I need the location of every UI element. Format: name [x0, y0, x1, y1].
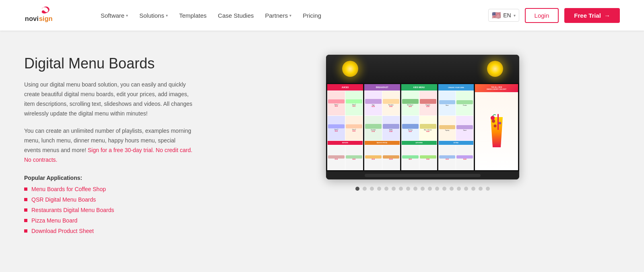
slider-dot[interactable]	[464, 187, 468, 191]
popular-label: Popular Applications:	[24, 175, 193, 181]
description-1: Using our digital menu board solution, y…	[24, 80, 193, 118]
bullet-icon	[24, 198, 27, 201]
slider-dot[interactable]	[377, 187, 381, 191]
arrow-right-icon: →	[604, 12, 610, 19]
nav-case-studies[interactable]: Case Studies	[218, 12, 254, 19]
app-link-pizza[interactable]: Pizza Menu Board	[31, 217, 77, 224]
slider-dot[interactable]	[457, 187, 461, 191]
list-item: Menu Boards for Coffee Shop	[24, 186, 193, 192]
ceiling-light-left	[342, 61, 358, 77]
flag-icon: 🇺🇸	[492, 11, 501, 20]
app-link-coffee[interactable]: Menu Boards for Coffee Shop	[31, 186, 106, 192]
bullet-icon	[24, 208, 27, 212]
slider-dot[interactable]	[471, 187, 475, 191]
software-chevron-icon: ▾	[126, 13, 128, 18]
slider-dots	[355, 187, 490, 191]
menu-board-display: JUICES Juice 1 $3.99	[326, 55, 519, 179]
logo[interactable]: novi sign	[24, 6, 68, 25]
slider-dot[interactable]	[413, 187, 417, 191]
menu-boards-container: JUICES Juice 1 $3.99	[326, 83, 519, 171]
svg-point-5	[493, 125, 496, 128]
menu-board-juices: JUICES Juice 1 $3.99	[327, 84, 363, 170]
slider-dot[interactable]	[392, 187, 396, 191]
svg-point-6	[491, 116, 495, 120]
stand-bar	[365, 174, 481, 177]
login-button[interactable]: Login	[525, 8, 559, 23]
language-selector[interactable]: 🇺🇸 EN ▾	[488, 9, 519, 22]
slider-dot[interactable]	[384, 187, 388, 191]
slider-dot[interactable]	[355, 187, 359, 191]
slider-dot[interactable]	[370, 187, 374, 191]
page-title: Digital Menu Boards	[24, 55, 193, 72]
slider-dot[interactable]	[442, 187, 446, 191]
app-link-restaurants[interactable]: Restaurants Digital Menu Boards	[31, 207, 114, 213]
list-item: Restaurants Digital Menu Boards	[24, 207, 193, 213]
app-link-download[interactable]: Download Product Sheet	[31, 228, 94, 234]
solutions-chevron-icon: ▾	[166, 13, 168, 18]
free-trial-button[interactable]: Free Trial →	[564, 8, 620, 23]
slider-dot[interactable]	[479, 187, 483, 191]
slider-dot[interactable]	[363, 187, 367, 191]
nav-software[interactable]: Software ▾	[101, 12, 128, 19]
bullet-icon	[24, 188, 27, 191]
svg-point-4	[499, 122, 501, 124]
nav-partners[interactable]: Partners ▾	[265, 12, 292, 19]
app-list: Menu Boards for Coffee Shop QSR Digital …	[24, 186, 193, 234]
menu-board-mango: THE ALL NEWMANGO BERRY DELIGHT	[475, 84, 518, 170]
slider-dot[interactable]	[450, 187, 454, 191]
svg-text:sign: sign	[39, 15, 53, 22]
svg-point-3	[492, 120, 495, 123]
svg-rect-2	[497, 114, 499, 130]
lang-label: EN	[503, 12, 511, 19]
image-section: JUICES Juice 1 $3.99	[225, 55, 620, 191]
bullet-icon	[24, 229, 27, 233]
ceiling-light-right	[487, 61, 503, 77]
menu-board-breakfast: BREAKFAST Eggs $5.99	[364, 84, 400, 170]
header: novi sign Software ▾ Solutions ▾ Templat…	[0, 0, 644, 31]
slider-dot[interactable]	[399, 187, 403, 191]
slider-dot[interactable]	[428, 187, 432, 191]
ceiling	[326, 55, 519, 83]
bullet-icon	[24, 219, 27, 222]
main-nav: Software ▾ Solutions ▾ Templates Case St…	[101, 12, 488, 19]
partners-chevron-icon: ▾	[289, 13, 291, 18]
slider-dot[interactable]	[435, 187, 439, 191]
text-section: Digital Menu Boards Using our digital me…	[24, 55, 193, 234]
nav-solutions[interactable]: Solutions ▾	[139, 12, 168, 19]
nav-templates[interactable]: Templates	[179, 12, 206, 19]
header-right: 🇺🇸 EN ▾ Login Free Trial →	[488, 8, 620, 23]
list-item: QSR Digital Menu Boards	[24, 196, 193, 203]
lang-chevron-icon: ▾	[514, 13, 516, 18]
slider-dot[interactable]	[406, 187, 410, 191]
screen-stand	[326, 171, 519, 179]
menu-board-create: CREATE YOUR OWN Base Protein	[438, 84, 474, 170]
slider-dot[interactable]	[486, 187, 490, 191]
slider-dot[interactable]	[421, 187, 425, 191]
svg-text:novi: novi	[25, 15, 39, 22]
menu-board-kids: KIDS MENU Mini Burger $4.99	[401, 84, 437, 170]
app-link-qsr[interactable]: QSR Digital Menu Boards	[31, 196, 96, 203]
list-item: Pizza Menu Board	[24, 217, 193, 224]
main-content: Digital Menu Boards Using our digital me…	[0, 31, 644, 272]
list-item: Download Product Sheet	[24, 228, 193, 234]
description-2: You can create an unlimited number of pl…	[24, 126, 193, 165]
nav-pricing[interactable]: Pricing	[303, 12, 321, 19]
